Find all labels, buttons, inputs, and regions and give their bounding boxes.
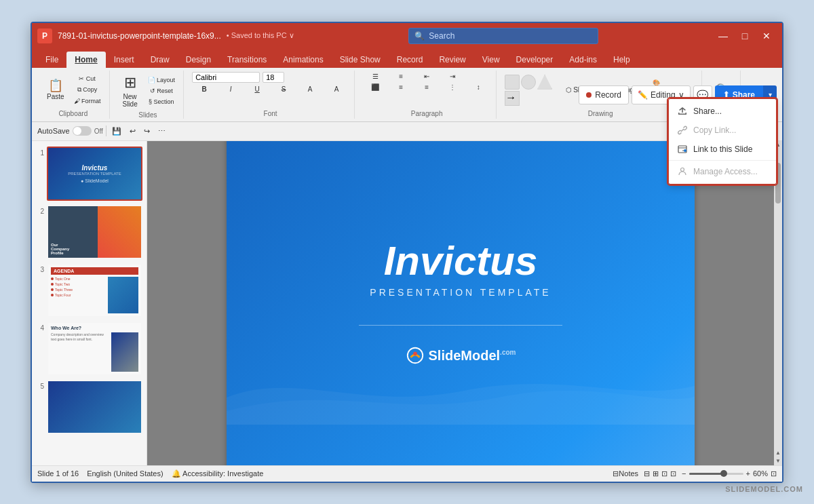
tab-review[interactable]: Review	[431, 52, 473, 68]
close-button[interactable]: ✕	[756, 28, 777, 44]
share-menu-icon	[677, 106, 688, 117]
slides-group: ⊞ NewSlide 📄 Layout ↺ Reset § Section Sl…	[113, 71, 185, 119]
bullets-button[interactable]: ☰	[363, 72, 387, 81]
thumb-1-logo: ● SlideModel	[81, 178, 109, 183]
more-tools-button[interactable]: ⋯	[155, 125, 168, 137]
paste-button[interactable]: 📋 Paste	[43, 77, 69, 102]
layout-button[interactable]: 📄 Layout	[145, 75, 178, 85]
font-color-button[interactable]: A	[298, 85, 322, 94]
new-slide-button[interactable]: ⊞ NewSlide	[118, 72, 142, 110]
numbering-button[interactable]: ≡	[389, 72, 413, 81]
save-icon: 💾	[112, 127, 121, 136]
tab-slideshow[interactable]: Slide Show	[332, 52, 389, 68]
shape-rect[interactable]	[505, 75, 520, 90]
align-left-button[interactable]: ⬛	[363, 83, 387, 92]
tab-help[interactable]: Help	[605, 52, 638, 68]
reset-button[interactable]: ↺ Reset	[145, 86, 178, 96]
link-to-slide-menu-item[interactable]: Link to this Slide	[669, 140, 776, 159]
slide-thumb-inner-4: Who We Are? Company description and over…	[48, 323, 141, 374]
thumb-1-sub: PRESENTATION TEMPLATE	[68, 172, 121, 176]
slide-thumb-2[interactable]: OurCompanyProfile	[47, 205, 142, 259]
record-dot	[586, 92, 592, 98]
tab-design[interactable]: Design	[178, 52, 219, 68]
shape-circle[interactable]	[521, 75, 536, 90]
shape-triangle[interactable]	[537, 75, 552, 90]
undo-button[interactable]: ↩	[127, 125, 138, 137]
share-menu-label: Share...	[693, 106, 722, 116]
record-label: Record	[595, 90, 621, 100]
clipboard-group: 📋 Paste ✂ Cut ⧉ Copy 🖌 Format Clipboard	[37, 71, 110, 119]
underline-button[interactable]: U	[245, 85, 269, 94]
clipboard-buttons: 📋 Paste ✂ Cut ⧉ Copy 🖌 Format	[43, 72, 104, 109]
vertical-scrollbar[interactable]: ▲ ▲ ▼	[774, 141, 782, 465]
slide-thumb-4[interactable]: Who We Are? Company description and over…	[47, 322, 142, 376]
zoom-slider[interactable]	[689, 473, 743, 475]
restore-button[interactable]: □	[735, 28, 755, 44]
record-button[interactable]: Record	[579, 85, 629, 104]
search-box[interactable]: 🔍 Search	[408, 28, 598, 44]
thumb-1-title: Invictus	[82, 164, 108, 172]
tab-transitions[interactable]: Transitions	[219, 52, 275, 68]
font-size-select[interactable]: 18	[263, 72, 284, 83]
strikethrough-button[interactable]: S	[271, 85, 296, 94]
section-button[interactable]: § Section	[145, 97, 178, 106]
indent-less-button[interactable]: ⇤	[414, 72, 439, 81]
font-family-select[interactable]: Calibri	[192, 72, 260, 83]
redo-button[interactable]: ↪	[141, 125, 153, 137]
fit-page-button[interactable]: ⊡	[771, 469, 777, 478]
autosave-toggle[interactable]	[73, 126, 92, 136]
columns-button[interactable]: ⋮	[440, 83, 465, 92]
window-controls: — □ ✕	[713, 28, 777, 44]
shapes-icon: ⬡	[566, 86, 572, 94]
toggle-off-label: Off	[94, 128, 103, 135]
thumb-3-header: AGENDA	[51, 267, 138, 275]
slide-thumb-inner-5	[48, 381, 141, 433]
slide-thumb-3[interactable]: AGENDA Topic One Topic Two Topic Three T…	[47, 263, 142, 317]
bold-button[interactable]: B	[192, 85, 216, 94]
share-menu-item[interactable]: Share...	[669, 102, 776, 121]
tab-home[interactable]: Home	[66, 52, 105, 68]
slide-info: Slide 1 of 16	[37, 469, 79, 478]
align-center-button[interactable]: ≡	[389, 83, 413, 92]
minimize-button[interactable]: —	[713, 28, 733, 44]
tab-draw[interactable]: Draw	[142, 52, 178, 68]
shape-arrow[interactable]: →	[505, 91, 520, 106]
save-button[interactable]: 💾	[109, 125, 124, 137]
notes-button[interactable]: ⊟Notes	[613, 469, 638, 478]
slide-num-2: 2	[36, 205, 44, 215]
slideshow-icon[interactable]: ⊡	[670, 469, 676, 478]
zoom-in-button[interactable]: +	[746, 469, 750, 478]
highlight-button[interactable]: A	[324, 85, 349, 94]
toolbar-separator	[106, 125, 106, 136]
italic-button[interactable]: I	[218, 85, 243, 94]
scroll-down-arrow-1[interactable]: ▲	[774, 449, 782, 457]
status-right: ⊟Notes ⊟ ⊞ ⊡ ⊡ − + 60% ⊡	[613, 469, 777, 478]
slide-num-4: 4	[36, 322, 44, 332]
tab-file[interactable]: File	[37, 52, 66, 68]
slide-num-3: 3	[36, 263, 44, 273]
cut-button[interactable]: ✂ Cut	[71, 74, 104, 83]
slide-thumb-1[interactable]: Invictus PRESENTATION TEMPLATE ● SlideMo…	[47, 147, 142, 201]
scroll-down-arrow-2[interactable]: ▼	[774, 457, 782, 465]
tab-insert[interactable]: Insert	[106, 52, 142, 68]
zoom-out-button[interactable]: −	[682, 469, 686, 478]
font-group: Calibri 18 B I U S A A Font	[187, 71, 355, 119]
tab-record[interactable]: Record	[389, 52, 431, 68]
title-bar: P 7891-01-invictus-powerpoint-template-1…	[32, 23, 782, 49]
slide-thumb-5[interactable]	[47, 380, 142, 434]
slide-thumb-inner-3: AGENDA Topic One Topic Two Topic Three T…	[48, 265, 141, 316]
tab-animations[interactable]: Animations	[275, 52, 331, 68]
format-painter-button[interactable]: 🖌 Format	[71, 96, 104, 106]
ribbon-content: 📋 Paste ✂ Cut ⧉ Copy 🖌 Format Clipboard …	[32, 68, 782, 122]
tab-view[interactable]: View	[474, 52, 508, 68]
indent-more-button[interactable]: ⇥	[440, 72, 465, 81]
align-right-button[interactable]: ≡	[414, 83, 439, 92]
copy-button[interactable]: ⧉ Copy	[71, 85, 104, 95]
slide-view-icon[interactable]: ⊟	[644, 469, 650, 478]
accessibility-label[interactable]: 🔔 Accessibility: Investigate	[172, 469, 264, 478]
tab-developer[interactable]: Developer	[508, 52, 562, 68]
grid-view-icon[interactable]: ⊞	[653, 469, 659, 478]
reading-view-icon[interactable]: ⊡	[661, 469, 667, 478]
line-spacing-button[interactable]: ↕	[466, 83, 490, 92]
tab-addins[interactable]: Add-ins	[561, 52, 605, 68]
